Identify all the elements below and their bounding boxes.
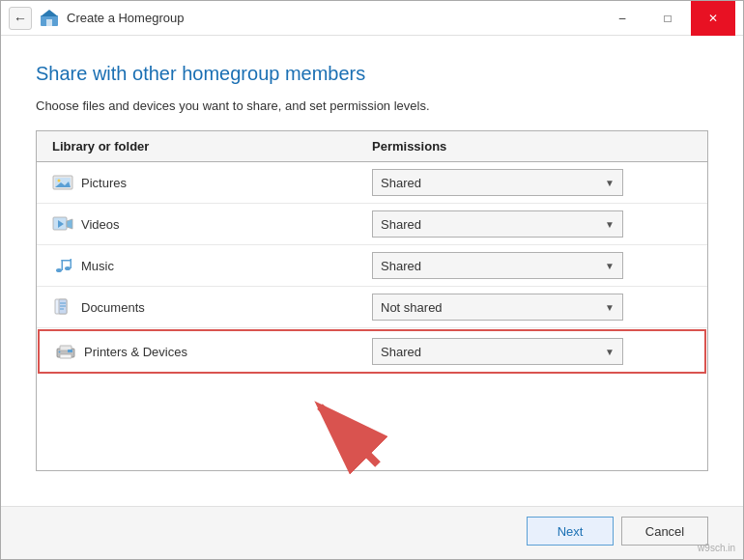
svg-rect-23 xyxy=(60,354,72,358)
music-icon xyxy=(52,257,73,274)
watermark: w9sch.in xyxy=(698,543,735,553)
videos-permission: Shared xyxy=(381,217,421,232)
printers-permission: Shared xyxy=(381,345,421,359)
maximize-button[interactable]: □ xyxy=(645,1,690,36)
pictures-permission: Shared xyxy=(381,176,421,190)
col-library-header: Library or folder xyxy=(52,139,372,154)
back-button[interactable]: ← xyxy=(9,7,32,30)
minimize-button[interactable]: – xyxy=(600,1,644,36)
svg-point-11 xyxy=(65,266,71,270)
music-dropdown-arrow: ▼ xyxy=(605,261,615,271)
documents-label: Documents xyxy=(81,300,145,315)
documents-dropdown-arrow: ▼ xyxy=(605,302,615,313)
table-row-videos: Videos Shared ▼ xyxy=(37,204,707,245)
printers-label: Printers & Devices xyxy=(84,345,187,359)
cancel-button[interactable]: Cancel xyxy=(621,517,708,546)
main-content: Share with other homegroup members Choos… xyxy=(1,36,743,506)
music-dropdown[interactable]: Shared ▼ xyxy=(372,252,623,279)
svg-rect-12 xyxy=(62,260,64,270)
printers-dropdown[interactable]: Shared ▼ xyxy=(372,338,623,365)
next-button[interactable]: Next xyxy=(527,517,614,546)
page-subtitle: Choose files and devices you want to sha… xyxy=(36,98,708,113)
documents-permission: Not shared xyxy=(381,300,443,315)
window: ← Create a Homegroup – □ ✕ Share with ot… xyxy=(0,0,744,560)
title-bar-left: ← Create a Homegroup xyxy=(9,7,600,30)
svg-point-10 xyxy=(56,268,62,272)
table-row-music: Music Shared ▼ xyxy=(37,245,707,287)
pictures-dropdown[interactable]: Shared ▼ xyxy=(372,169,623,196)
pictures-dropdown-arrow: ▼ xyxy=(605,178,615,188)
table-header: Library or folder Permissions xyxy=(37,131,707,162)
label-printers: Printers & Devices xyxy=(55,343,372,360)
share-table: Library or folder Permissions Pictures xyxy=(36,130,708,471)
homegroup-icon xyxy=(40,9,59,28)
svg-rect-2 xyxy=(46,19,52,26)
table-row-printers: Printers & Devices Shared ▼ xyxy=(38,329,706,374)
table-row-pictures: Pictures Shared ▼ xyxy=(37,162,707,204)
videos-dropdown[interactable]: Shared ▼ xyxy=(372,210,623,238)
music-permission: Shared xyxy=(381,259,421,273)
videos-dropdown-arrow: ▼ xyxy=(605,219,615,230)
label-videos: Videos xyxy=(52,215,372,233)
printers-dropdown-arrow: ▼ xyxy=(605,347,615,357)
documents-icon xyxy=(52,298,73,316)
printers-icon xyxy=(55,343,76,360)
svg-marker-8 xyxy=(67,219,72,229)
table-row-documents: Documents Not shared ▼ xyxy=(37,287,707,328)
title-bar: ← Create a Homegroup – □ ✕ xyxy=(1,1,743,36)
window-title: Create a Homegroup xyxy=(67,11,184,25)
label-pictures: Pictures xyxy=(52,174,372,191)
music-label: Music xyxy=(81,259,114,273)
svg-rect-22 xyxy=(68,350,72,352)
label-music: Music xyxy=(52,257,372,274)
col-permissions-header: Permissions xyxy=(372,139,692,154)
svg-marker-1 xyxy=(41,10,58,16)
svg-rect-14 xyxy=(62,260,72,262)
svg-point-24 xyxy=(59,351,61,353)
pictures-label: Pictures xyxy=(81,176,127,190)
documents-dropdown[interactable]: Not shared ▼ xyxy=(372,294,623,321)
bottom-bar: Next Cancel xyxy=(1,506,743,559)
videos-icon xyxy=(52,215,73,233)
svg-point-5 xyxy=(58,180,61,182)
label-documents: Documents xyxy=(52,298,372,316)
title-bar-controls: – □ ✕ xyxy=(600,1,735,36)
close-button[interactable]: ✕ xyxy=(691,1,735,36)
pictures-icon xyxy=(52,174,73,191)
page-title: Share with other homegroup members xyxy=(36,63,708,85)
videos-label: Videos xyxy=(81,217,120,232)
